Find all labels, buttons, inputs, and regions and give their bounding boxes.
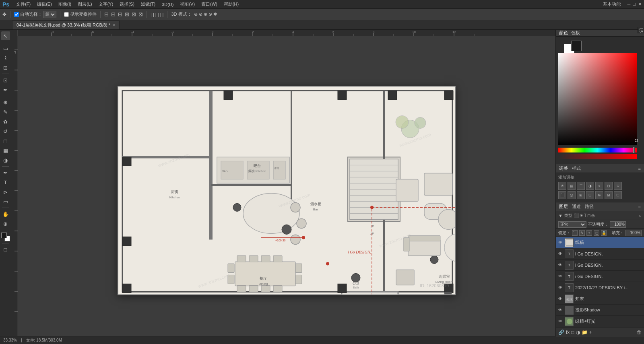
photo-filter-icon[interactable]: ◎ — [568, 191, 576, 199]
layer-visibility-xingao[interactable]: 👁 — [557, 240, 563, 245]
menu-help[interactable]: 帮助(H) — [221, 0, 242, 8]
lock-pixels-icon[interactable]: ✎ — [579, 230, 585, 236]
filter-shape-icon[interactable]: ◻ — [587, 213, 590, 218]
link-layers-icon[interactable]: 🔗 — [558, 330, 564, 335]
workspace-button[interactable]: 基本功能 — [600, 0, 623, 8]
layer-item-plants[interactable]: 👁 绿植+灯光 — [556, 316, 644, 327]
add-layer-icon[interactable]: + — [589, 330, 592, 335]
brightness-adj-icon[interactable]: ☀ — [558, 182, 566, 190]
color-tab[interactable]: 颜色 — [559, 30, 568, 36]
menu-image[interactable]: 图像(I) — [56, 0, 74, 8]
layer-visibility-plants[interactable]: 👁 — [557, 319, 563, 324]
tab-close-button[interactable]: × — [113, 23, 115, 27]
crop-tool[interactable]: ⊡ — [1, 76, 10, 84]
levels-adj-icon[interactable]: ▤ — [568, 182, 576, 190]
fg-bg-color-selector[interactable] — [561, 41, 639, 51]
marquee-tool[interactable]: ▭ — [1, 44, 10, 53]
auto-select-dropdown[interactable]: 组 — [43, 11, 56, 18]
align-center-v-icon[interactable]: ⊟ — [111, 11, 116, 17]
curves-adj-icon[interactable]: ⌒ — [577, 182, 585, 190]
foreground-color-box[interactable] — [571, 41, 582, 51]
layers-panel-options[interactable]: ≡ — [638, 204, 641, 209]
layer-item-date[interactable]: 👁 T 2022/10/27 DESIGN BY i... — [556, 282, 644, 293]
filter-pixel-icon[interactable]: ⬛ — [574, 213, 579, 218]
close-button[interactable]: ✕ — [638, 2, 642, 7]
menu-window[interactable]: 窗口(W) — [198, 0, 220, 8]
eraser-tool[interactable]: ◻ — [1, 136, 10, 145]
color-lookup-icon[interactable]: ⊡ — [586, 191, 594, 199]
history-brush-tool[interactable]: ↺ — [1, 127, 10, 136]
layer-item-igo1[interactable]: 👁 T i Go DESIGN. — [556, 248, 644, 260]
channels-tab[interactable]: 通道 — [572, 204, 581, 210]
threshold-adj-icon[interactable]: ⊏ — [614, 191, 622, 199]
filter-smart-icon[interactable]: ◎ — [591, 213, 595, 218]
menu-file[interactable]: 文件(F) — [13, 0, 33, 8]
align-center-h-icon[interactable]: ⊠ — [132, 11, 136, 17]
show-transform-checkbox[interactable] — [64, 12, 69, 17]
layers-tab[interactable]: 图层 — [559, 204, 568, 210]
delete-layer-icon[interactable]: 🗑 — [637, 330, 642, 335]
layer-item-zhimo[interactable]: 👁 知末 知末 — [556, 293, 644, 305]
screen-mode-button[interactable]: □ — [1, 245, 10, 254]
layer-visibility-igo1[interactable]: 👁 — [557, 251, 563, 257]
invert-adj-icon[interactable]: ⊗ — [595, 191, 603, 199]
styles-tab[interactable]: 样式 — [572, 165, 581, 171]
fill-input[interactable] — [625, 230, 642, 236]
lasso-tool[interactable]: ⌇ — [1, 54, 10, 62]
menu-layer[interactable]: 图层(L) — [75, 0, 95, 8]
color-selector[interactable] — [1, 233, 10, 241]
paths-tab[interactable]: 路径 — [585, 204, 594, 210]
pen-tool[interactable]: ✒ — [1, 168, 10, 177]
spot-heal-tool[interactable]: ⊕ — [1, 98, 10, 107]
filter-adj-icon[interactable]: ☀ — [580, 213, 583, 218]
vibrance-adj-icon[interactable]: ≈ — [595, 182, 603, 190]
layer-visibility-date[interactable]: 👁 — [557, 285, 563, 290]
minimize-button[interactable]: ─ — [627, 2, 631, 7]
menu-edit[interactable]: 编辑(E) — [34, 0, 55, 8]
align-left-icon[interactable]: ⊟ — [104, 11, 109, 17]
menu-view[interactable]: 视图(V) — [177, 0, 198, 8]
hsl-adj-icon[interactable]: ⊟ — [605, 182, 613, 190]
menu-filter[interactable]: 滤镜(T) — [138, 0, 158, 8]
posterize-adj-icon[interactable]: ⊠ — [605, 191, 613, 199]
menu-select[interactable]: 选择(S) — [117, 0, 137, 8]
adj-panel-options[interactable]: ≡ — [638, 166, 641, 171]
layer-visibility-shadow[interactable]: 👁 — [557, 307, 563, 313]
layer-visibility-igo2[interactable]: 👁 — [557, 262, 563, 268]
auto-select-checkbox[interactable] — [14, 12, 19, 17]
maximize-button[interactable]: □ — [633, 2, 636, 7]
lock-transparent-icon[interactable]: ⬛ — [572, 230, 578, 236]
add-adjustment-layer-icon[interactable]: ◑ — [576, 330, 580, 335]
add-group-icon[interactable]: 📁 — [582, 330, 588, 335]
text-tool[interactable]: T — [1, 178, 10, 187]
bw-adj-icon[interactable]: ⬛ — [558, 191, 566, 199]
layer-item-igo3[interactable]: 👁 T i Go DESIGN. — [556, 271, 644, 282]
path-select-tool[interactable]: ⊳ — [1, 187, 10, 196]
layer-filter-toggle[interactable]: ○ — [639, 213, 642, 218]
add-layer-style-icon[interactable]: fx — [566, 330, 570, 335]
lock-position-icon[interactable]: + — [586, 230, 592, 236]
menu-text[interactable]: 文字(Y) — [96, 0, 116, 8]
filter-text-icon[interactable]: T — [584, 213, 586, 218]
zoom-tool[interactable]: ⊕ — [1, 219, 10, 228]
hand-tool[interactable]: ✋ — [1, 210, 10, 218]
layer-visibility-zhimo[interactable]: 👁 — [557, 296, 563, 302]
color-gradient-picker[interactable] — [558, 53, 637, 145]
lock-artboard-icon[interactable]: ◻ — [594, 230, 599, 236]
lock-all-icon[interactable]: 🔒 — [601, 230, 607, 236]
brush-tool[interactable]: ✎ — [1, 107, 10, 116]
gradient-tool[interactable]: ▦ — [1, 146, 10, 155]
exposure-adj-icon[interactable]: ◑ — [586, 182, 594, 190]
dodge-tool[interactable]: ◑ — [1, 156, 10, 165]
show-transform-option[interactable]: 显示变换控件 — [64, 11, 97, 17]
opacity-input[interactable] — [610, 221, 626, 228]
floor-plan-canvas[interactable]: REF. REF. 冰箱 — [118, 86, 456, 295]
layer-item-xingao[interactable]: 👁 线稿 — [556, 237, 644, 248]
layer-item-igo2[interactable]: 👁 T i Go DESIGN. — [556, 260, 644, 271]
align-bottom-icon[interactable]: ⊠ — [138, 11, 143, 17]
shape-tool[interactable]: ▭ — [1, 197, 10, 206]
colorbalance-adj-icon[interactable]: ▽ — [614, 182, 622, 190]
align-right-icon[interactable]: ⊟ — [118, 11, 122, 17]
blend-mode-select[interactable]: 正常 — [558, 221, 586, 228]
add-mask-icon[interactable]: □ — [571, 330, 574, 335]
